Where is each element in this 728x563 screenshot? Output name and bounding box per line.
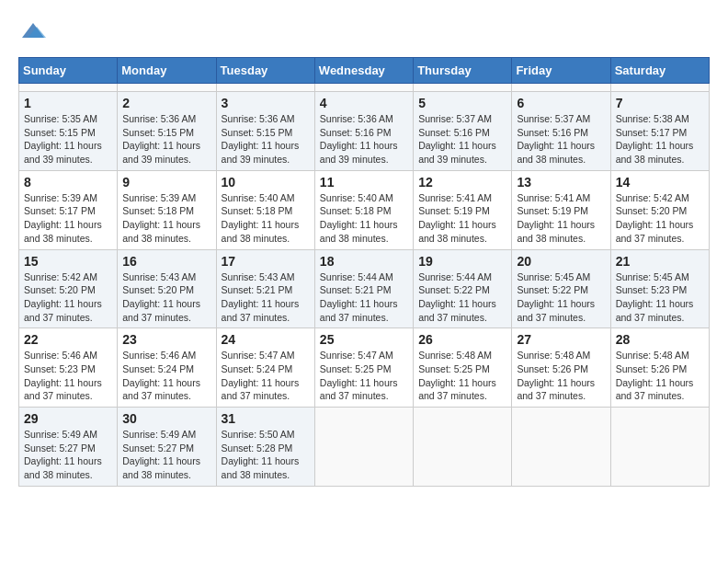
day-info: Sunrise: 5:43 AMSunset: 5:21 PMDaylight:… xyxy=(222,271,300,323)
calendar-cell-2-5: 13 Sunrise: 5:41 AMSunset: 5:19 PMDaylig… xyxy=(512,170,610,249)
calendar-cell-5-4 xyxy=(414,408,512,487)
calendar-cell-5-3 xyxy=(314,408,413,487)
calendar-cell-1-2: 3 Sunrise: 5:36 AMSunset: 5:15 PMDayligh… xyxy=(216,92,314,171)
calendar-header-wednesday: Wednesday xyxy=(314,58,413,84)
calendar-cell-2-1: 9 Sunrise: 5:39 AMSunset: 5:18 PMDayligh… xyxy=(118,170,216,249)
day-info: Sunrise: 5:47 AMSunset: 5:24 PMDaylight:… xyxy=(222,350,300,401)
day-info: Sunrise: 5:49 AMSunset: 5:27 PMDaylight:… xyxy=(24,429,102,480)
day-number: 24 xyxy=(222,332,310,347)
day-number: 18 xyxy=(320,254,408,269)
calendar-cell-5-6 xyxy=(610,408,709,487)
day-number: 20 xyxy=(517,254,605,269)
calendar-cell-2-4: 12 Sunrise: 5:41 AMSunset: 5:19 PMDaylig… xyxy=(414,170,512,249)
calendar-cell-5-2: 31 Sunrise: 5:50 AMSunset: 5:28 PMDaylig… xyxy=(216,408,314,487)
day-info: Sunrise: 5:48 AMSunset: 5:26 PMDaylight:… xyxy=(616,350,694,401)
calendar-cell-2-2: 10 Sunrise: 5:40 AMSunset: 5:18 PMDaylig… xyxy=(216,170,314,249)
day-number: 16 xyxy=(122,254,210,269)
day-number: 9 xyxy=(122,175,210,190)
day-number: 19 xyxy=(418,254,506,269)
day-info: Sunrise: 5:40 AMSunset: 5:18 PMDaylight:… xyxy=(320,192,398,244)
day-number: 10 xyxy=(222,175,310,190)
logo xyxy=(18,18,46,42)
day-info: Sunrise: 5:37 AMSunset: 5:16 PMDaylight:… xyxy=(517,113,595,165)
calendar-week-5: 29 Sunrise: 5:49 AMSunset: 5:27 PMDaylig… xyxy=(19,408,710,487)
calendar-cell-3-4: 19 Sunrise: 5:44 AMSunset: 5:22 PMDaylig… xyxy=(414,249,512,328)
calendar-cell-4-6: 28 Sunrise: 5:48 AMSunset: 5:26 PMDaylig… xyxy=(610,328,709,408)
day-number: 2 xyxy=(122,96,210,110)
day-number: 13 xyxy=(517,175,605,190)
day-info: Sunrise: 5:44 AMSunset: 5:22 PMDaylight:… xyxy=(418,271,496,323)
calendar-cell-4-4: 26 Sunrise: 5:48 AMSunset: 5:25 PMDaylig… xyxy=(414,328,512,408)
day-number: 28 xyxy=(616,332,704,347)
day-number: 1 xyxy=(24,96,112,110)
calendar-cell-3-3: 18 Sunrise: 5:44 AMSunset: 5:21 PMDaylig… xyxy=(314,249,413,328)
calendar-cell-4-5: 27 Sunrise: 5:48 AMSunset: 5:26 PMDaylig… xyxy=(512,328,610,408)
calendar-cell-0-6 xyxy=(610,84,709,92)
day-info: Sunrise: 5:46 AMSunset: 5:23 PMDaylight:… xyxy=(24,350,102,401)
calendar-cell-3-0: 15 Sunrise: 5:42 AMSunset: 5:20 PMDaylig… xyxy=(19,249,118,328)
calendar-week-3: 15 Sunrise: 5:42 AMSunset: 5:20 PMDaylig… xyxy=(19,249,710,328)
day-info: Sunrise: 5:39 AMSunset: 5:18 PMDaylight:… xyxy=(122,192,200,244)
day-info: Sunrise: 5:49 AMSunset: 5:27 PMDaylight:… xyxy=(122,429,200,480)
day-number: 25 xyxy=(320,332,408,347)
day-number: 22 xyxy=(24,332,112,347)
day-number: 7 xyxy=(616,96,704,110)
calendar-cell-0-0 xyxy=(19,84,118,92)
day-info: Sunrise: 5:40 AMSunset: 5:18 PMDaylight:… xyxy=(222,192,300,244)
calendar-cell-2-0: 8 Sunrise: 5:39 AMSunset: 5:17 PMDayligh… xyxy=(19,170,118,249)
calendar-cell-3-6: 21 Sunrise: 5:45 AMSunset: 5:23 PMDaylig… xyxy=(610,249,709,328)
day-number: 8 xyxy=(24,175,112,190)
day-info: Sunrise: 5:36 AMSunset: 5:16 PMDaylight:… xyxy=(320,113,398,165)
calendar-cell-4-1: 23 Sunrise: 5:46 AMSunset: 5:24 PMDaylig… xyxy=(118,328,216,408)
calendar-cell-0-4 xyxy=(414,84,512,92)
calendar-cell-1-5: 6 Sunrise: 5:37 AMSunset: 5:16 PMDayligh… xyxy=(512,92,610,171)
day-number: 29 xyxy=(24,411,112,426)
calendar-header-saturday: Saturday xyxy=(610,58,709,84)
day-number: 3 xyxy=(222,96,310,110)
calendar-cell-2-6: 14 Sunrise: 5:42 AMSunset: 5:20 PMDaylig… xyxy=(610,170,709,249)
day-info: Sunrise: 5:39 AMSunset: 5:17 PMDaylight:… xyxy=(24,192,102,244)
calendar-cell-1-0: 1 Sunrise: 5:35 AMSunset: 5:15 PMDayligh… xyxy=(19,92,118,171)
calendar-cell-3-1: 16 Sunrise: 5:43 AMSunset: 5:20 PMDaylig… xyxy=(118,249,216,328)
calendar-header-friday: Friday xyxy=(512,58,610,84)
day-number: 14 xyxy=(616,175,704,190)
day-number: 15 xyxy=(24,254,112,269)
calendar-header-monday: Monday xyxy=(118,58,216,84)
day-number: 5 xyxy=(418,96,506,110)
calendar-cell-1-4: 5 Sunrise: 5:37 AMSunset: 5:16 PMDayligh… xyxy=(414,92,512,171)
day-number: 23 xyxy=(122,332,210,347)
calendar-cell-4-3: 25 Sunrise: 5:47 AMSunset: 5:25 PMDaylig… xyxy=(314,328,413,408)
day-info: Sunrise: 5:43 AMSunset: 5:20 PMDaylight:… xyxy=(122,271,200,323)
day-info: Sunrise: 5:38 AMSunset: 5:17 PMDaylight:… xyxy=(616,113,694,165)
day-number: 6 xyxy=(517,96,605,110)
calendar-cell-5-1: 30 Sunrise: 5:49 AMSunset: 5:27 PMDaylig… xyxy=(118,408,216,487)
calendar-cell-0-2 xyxy=(216,84,314,92)
calendar-header-row: SundayMondayTuesdayWednesdayThursdayFrid… xyxy=(19,58,710,84)
day-info: Sunrise: 5:41 AMSunset: 5:19 PMDaylight:… xyxy=(418,192,496,244)
day-info: Sunrise: 5:48 AMSunset: 5:26 PMDaylight:… xyxy=(517,350,595,401)
day-info: Sunrise: 5:35 AMSunset: 5:15 PMDaylight:… xyxy=(24,113,102,165)
day-info: Sunrise: 5:45 AMSunset: 5:23 PMDaylight:… xyxy=(616,271,694,323)
day-info: Sunrise: 5:45 AMSunset: 5:22 PMDaylight:… xyxy=(517,271,595,323)
calendar-week-4: 22 Sunrise: 5:46 AMSunset: 5:23 PMDaylig… xyxy=(19,328,710,408)
calendar-body: 1 Sunrise: 5:35 AMSunset: 5:15 PMDayligh… xyxy=(19,84,710,487)
day-number: 30 xyxy=(122,411,210,426)
calendar-week-0 xyxy=(19,84,710,92)
calendar-cell-1-6: 7 Sunrise: 5:38 AMSunset: 5:17 PMDayligh… xyxy=(610,92,709,171)
day-info: Sunrise: 5:42 AMSunset: 5:20 PMDaylight:… xyxy=(616,192,694,244)
calendar-header-thursday: Thursday xyxy=(414,58,512,84)
calendar-week-1: 1 Sunrise: 5:35 AMSunset: 5:15 PMDayligh… xyxy=(19,92,710,171)
day-number: 21 xyxy=(616,254,704,269)
day-info: Sunrise: 5:48 AMSunset: 5:25 PMDaylight:… xyxy=(418,350,496,401)
calendar-cell-0-5 xyxy=(512,84,610,92)
day-info: Sunrise: 5:41 AMSunset: 5:19 PMDaylight:… xyxy=(517,192,595,244)
calendar-header-sunday: Sunday xyxy=(19,58,118,84)
day-info: Sunrise: 5:44 AMSunset: 5:21 PMDaylight:… xyxy=(320,271,398,323)
calendar: SundayMondayTuesdayWednesdayThursdayFrid… xyxy=(18,57,710,487)
day-info: Sunrise: 5:47 AMSunset: 5:25 PMDaylight:… xyxy=(320,350,398,401)
calendar-cell-4-2: 24 Sunrise: 5:47 AMSunset: 5:24 PMDaylig… xyxy=(216,328,314,408)
day-number: 31 xyxy=(222,411,310,426)
calendar-week-2: 8 Sunrise: 5:39 AMSunset: 5:17 PMDayligh… xyxy=(19,170,710,249)
calendar-cell-2-3: 11 Sunrise: 5:40 AMSunset: 5:18 PMDaylig… xyxy=(314,170,413,249)
day-info: Sunrise: 5:50 AMSunset: 5:28 PMDaylight:… xyxy=(222,429,300,480)
